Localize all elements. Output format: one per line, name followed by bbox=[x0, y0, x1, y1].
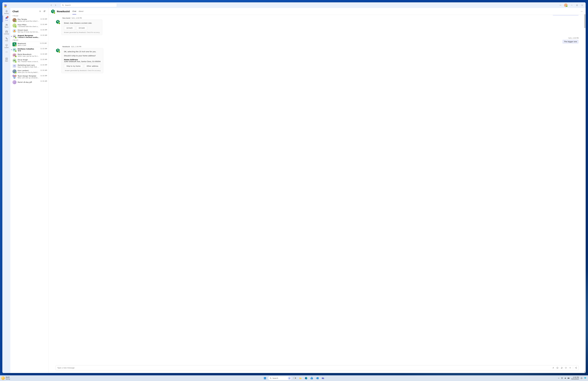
format-button[interactable] bbox=[551, 366, 555, 370]
task-view-button[interactable] bbox=[292, 376, 297, 381]
chat-row[interactable]: Marketing team syncKayo: So glad to hear… bbox=[10, 63, 48, 69]
divider bbox=[573, 366, 573, 369]
search-icon bbox=[270, 377, 272, 379]
card1-text: Great, now choose a screen size. bbox=[64, 22, 100, 24]
chat-row[interactable]: 🔥Dream teamNot top of mind, but let me c… bbox=[10, 28, 48, 34]
send-button[interactable] bbox=[574, 366, 578, 370]
chat-row[interactable]: ABAugust BergmanI haven't checked availa… bbox=[10, 34, 48, 39]
svg-point-32 bbox=[270, 378, 271, 379]
rail-teams[interactable]: Teams bbox=[2, 22, 10, 29]
windows-taskbar: 71°F Sunny Search T 2:30 PM 5/21/2024 bbox=[0, 375, 588, 381]
taskbar-search[interactable]: Search bbox=[268, 376, 292, 380]
volume-icon[interactable] bbox=[564, 377, 566, 379]
chat-avatar bbox=[12, 69, 17, 73]
chat-preview: Reta: Let's set up a brainstormi… bbox=[18, 77, 39, 79]
svg-rect-41 bbox=[312, 378, 312, 379]
apps-icon bbox=[5, 57, 8, 60]
rail-teams-label: Teams bbox=[5, 26, 8, 28]
window-minimize-button[interactable] bbox=[569, 2, 574, 8]
rail-apps[interactable]: Apps bbox=[2, 56, 10, 63]
composer-box[interactable] bbox=[56, 365, 579, 370]
rail-calendar[interactable]: Calendar bbox=[2, 29, 10, 36]
chat-avatar: EC bbox=[12, 48, 17, 52]
edge-button[interactable] bbox=[304, 376, 309, 381]
messages-scroll[interactable]: Now Assist5/21, 2:30 PM Great, now choos… bbox=[49, 15, 586, 365]
filter-button[interactable] bbox=[38, 10, 42, 13]
conversation-more-button[interactable] bbox=[580, 10, 584, 13]
file-explorer-button[interactable] bbox=[298, 376, 303, 381]
previous-self-bubble bbox=[553, 15, 579, 16]
scrollbar-thumb[interactable] bbox=[584, 14, 586, 28]
chat-row[interactable]: Kian LambertHave you run this by Beth? M… bbox=[10, 69, 48, 74]
search-input[interactable] bbox=[65, 4, 115, 6]
card-screen-size: Great, now choose a screen size. 13 inch… bbox=[62, 20, 102, 35]
chat-name: August Bergman bbox=[18, 35, 39, 37]
store-button[interactable] bbox=[309, 376, 314, 381]
btn-15-inch[interactable]: 15 inch bbox=[76, 26, 87, 30]
chat-row[interactable]: MBMarie BeaudouinOhhh I see, yes let me … bbox=[10, 52, 48, 58]
btn-other-address[interactable]: Other address bbox=[84, 64, 101, 68]
wifi-icon[interactable] bbox=[561, 377, 563, 379]
window-close-button[interactable] bbox=[580, 2, 585, 8]
svg-point-10 bbox=[7, 24, 7, 25]
add-button[interactable] bbox=[568, 366, 572, 370]
chat-row[interactable]: Marie's B-day gift11:32 AM bbox=[10, 80, 48, 85]
loop-button[interactable] bbox=[560, 366, 564, 370]
svg-point-9 bbox=[6, 24, 7, 25]
battery-icon[interactable] bbox=[567, 377, 570, 379]
rail-more[interactable] bbox=[2, 50, 10, 54]
forward-button[interactable] bbox=[54, 3, 57, 7]
clock[interactable]: 2:30 PM 5/21/2024 bbox=[571, 377, 579, 380]
scroll-down-arrow[interactable]: ▾ bbox=[584, 371, 586, 373]
back-button[interactable] bbox=[49, 3, 53, 7]
btn-ship-home[interactable]: Ship to my home bbox=[64, 64, 83, 68]
weather-widget[interactable]: 71°F Sunny bbox=[1, 377, 10, 380]
rail-copilot[interactable]: Copilot bbox=[2, 43, 10, 49]
svg-rect-39 bbox=[311, 378, 313, 379]
btn-13-inch[interactable]: 13 inch bbox=[64, 26, 75, 30]
svg-rect-53 bbox=[569, 378, 569, 379]
chat-row[interactable]: ECKTeam Design TemplateReta: Let's set u… bbox=[10, 74, 48, 80]
teams-taskbar-button[interactable]: T bbox=[321, 376, 326, 381]
rail-activity[interactable]: Activity bbox=[2, 9, 10, 15]
chat-name: Marketing team sync bbox=[18, 64, 39, 66]
app-rail: Activity 1 Chat Teams Calendar Calls bbox=[2, 8, 10, 373]
rail-calls[interactable]: Calls bbox=[2, 36, 10, 42]
chat-row[interactable]: ECEmiliano Ceballos😂😂11:32 AM bbox=[10, 47, 48, 52]
outlook-button[interactable] bbox=[315, 376, 320, 381]
current-user-avatar[interactable] bbox=[564, 3, 567, 7]
copilot-compose-button[interactable] bbox=[564, 366, 568, 370]
svg-point-19 bbox=[581, 11, 581, 12]
new-chat-button[interactable] bbox=[43, 10, 46, 13]
notifications-icon[interactable] bbox=[581, 377, 583, 379]
svg-point-25 bbox=[557, 368, 557, 368]
chat-name: Oscar Krogh bbox=[18, 59, 39, 61]
app-more-button[interactable] bbox=[559, 3, 562, 7]
tab-about[interactable]: About bbox=[79, 8, 83, 15]
svg-rect-17 bbox=[14, 65, 15, 67]
chat-time: 11:32 AM bbox=[40, 59, 47, 60]
section-recent[interactable]: Recent bbox=[10, 39, 48, 42]
emoji-button[interactable] bbox=[556, 366, 559, 370]
svg-point-4 bbox=[62, 5, 63, 6]
start-button[interactable] bbox=[262, 376, 267, 381]
chat-avatar: ECK bbox=[12, 75, 17, 79]
tab-chat[interactable]: Chat bbox=[72, 8, 76, 15]
search-box[interactable] bbox=[61, 3, 117, 7]
chat-row[interactable]: Kayo MiwaI reviewed with the client on T… bbox=[10, 23, 48, 28]
tray-overflow-icon[interactable] bbox=[558, 377, 560, 379]
self-time: 5/21, 2:30 PM bbox=[568, 37, 579, 39]
composer-input[interactable] bbox=[57, 367, 551, 369]
chat-row[interactable]: NowAssistSent a card11:32 AM bbox=[11, 42, 48, 47]
window-maximize-button[interactable] bbox=[574, 2, 580, 8]
svg-rect-34 bbox=[289, 378, 290, 378]
rail-chat[interactable]: 1 Chat bbox=[2, 16, 10, 22]
taskbar-search-chip bbox=[288, 377, 291, 380]
copilot-taskbar-icon[interactable] bbox=[584, 377, 587, 380]
chat-row[interactable]: Ray TanakaLouisa will send the initial l… bbox=[10, 17, 48, 23]
chat-list[interactable]: Pinned Ray TanakaLouisa will send the in… bbox=[10, 15, 48, 373]
svg-rect-37 bbox=[295, 378, 296, 379]
composer bbox=[49, 365, 586, 373]
section-pinned[interactable]: Pinned bbox=[10, 15, 48, 17]
chat-row[interactable]: OKOscar KroghYou: Thanks! Have a nice da… bbox=[10, 58, 48, 63]
